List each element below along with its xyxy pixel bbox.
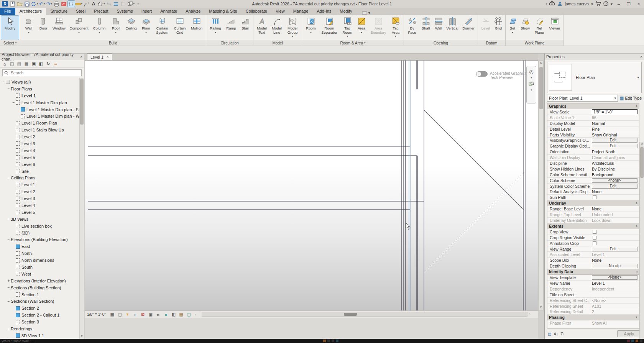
- properties-close-icon[interactable]: ×: [640, 55, 642, 59]
- taskbar-icon[interactable]: [332, 340, 334, 342]
- property-button[interactable]: Edit...: [592, 138, 637, 143]
- tree-item[interactable]: Level 1: [0, 92, 84, 99]
- property-button[interactable]: Edit...: [592, 247, 637, 251]
- property-value[interactable]: 96: [590, 115, 639, 120]
- save-icon[interactable]: [23, 1, 30, 7]
- panel-label-room-area[interactable]: Room & Area▾: [302, 40, 404, 46]
- model-text-button[interactable]: AModel Text: [255, 16, 269, 40]
- tree-item[interactable]: West: [0, 271, 84, 277]
- ribbon-tab-manage[interactable]: Manage: [289, 8, 313, 15]
- property-value[interactable]: Fine: [590, 127, 639, 131]
- properties-list-icon[interactable]: ▤: [548, 332, 551, 336]
- apply-button[interactable]: Apply: [617, 330, 641, 337]
- collapse-arrow-icon[interactable]: ‹: [545, 2, 547, 6]
- select-views-icon[interactable]: ◰: [9, 61, 15, 67]
- search-binoculars-icon[interactable]: [549, 1, 555, 7]
- shaft-button[interactable]: Shaft: [419, 16, 432, 40]
- tree-item[interactable]: Level 1 Master Dim plan - West: [0, 113, 84, 120]
- store-cart-icon[interactable]: [595, 1, 601, 7]
- floor-button[interactable]: Floor▾: [139, 16, 153, 40]
- open-folder-icon[interactable]: [16, 1, 23, 7]
- ribbon-tab-modify[interactable]: Modify: [335, 8, 356, 15]
- thin-lines-icon[interactable]: [113, 1, 120, 7]
- room-separator-button[interactable]: Room Separator: [319, 16, 340, 40]
- tree-item[interactable]: Level 2: [0, 133, 84, 140]
- taskbar-icon[interactable]: [640, 340, 642, 342]
- scroll-right-icon[interactable]: ›: [527, 312, 532, 316]
- panel-label-select[interactable]: Select▾: [0, 40, 20, 46]
- property-button[interactable]: No clip: [592, 264, 637, 268]
- project-browser-header[interactable]: Project Browser - 7A.material cut priori…: [0, 54, 84, 60]
- tree-item[interactable]: −Level 1 Master Dim plan: [0, 99, 84, 106]
- tree-item[interactable]: Live section box: [0, 223, 84, 230]
- dropdown-arrow-icon[interactable]: ▾: [395, 35, 396, 38]
- properties-header[interactable]: Properties ×: [545, 54, 644, 60]
- property-value[interactable]: Show Original: [590, 133, 639, 137]
- tree-item[interactable]: Level 1 Master Dim plan - East: [0, 106, 84, 113]
- panel-label-datum[interactable]: Datum: [478, 40, 505, 46]
- home-icon[interactable]: ⌂: [2, 61, 8, 67]
- vertical-scroll-thumb[interactable]: [539, 67, 543, 109]
- tree-expander[interactable]: +: [7, 279, 11, 283]
- ramp-button[interactable]: Ramp: [224, 16, 238, 40]
- crop-view-icon[interactable]: ⊠: [140, 312, 146, 317]
- sort-ascending-icon[interactable]: A↓: [554, 332, 558, 336]
- view-tab-close-icon[interactable]: ×: [107, 55, 109, 59]
- help-dropdown-icon[interactable]: ▾: [611, 2, 613, 6]
- dropdown-arrow-icon[interactable]: ▾: [28, 31, 30, 34]
- dimension-icon[interactable]: ▾: [75, 1, 83, 7]
- component-button[interactable]: Component▾: [68, 16, 90, 40]
- qat-customize-icon[interactable]: ≡: [135, 1, 142, 7]
- collapse-section-icon[interactable]: «: [634, 225, 638, 227]
- scroll-up-icon[interactable]: ∧: [640, 142, 644, 146]
- redo-icon[interactable]: ↷▾: [46, 1, 53, 7]
- horizontal-scroll-thumb[interactable]: [344, 313, 357, 316]
- search-input[interactable]: [10, 70, 80, 75]
- ceiling-button[interactable]: Ceiling: [123, 16, 139, 40]
- tree-item[interactable]: Level 4: [0, 147, 84, 154]
- tree-item[interactable]: Level 1 Stairs Blow Up: [0, 126, 84, 133]
- text-note-icon[interactable]: A: [90, 1, 97, 7]
- detail-line-icon[interactable]: [83, 1, 90, 7]
- steering-wheel-dropdown-icon[interactable]: ▾: [531, 76, 532, 79]
- tree-item[interactable]: Level 5: [0, 154, 84, 161]
- tree-item[interactable]: Level 2: [0, 188, 84, 195]
- property-value[interactable]: Normal: [590, 121, 639, 126]
- tree-expander[interactable]: −: [7, 299, 11, 304]
- model-line-button[interactable]: Model Line: [269, 16, 284, 40]
- instance-selector[interactable]: Floor Plan: Level 1 ▾: [547, 95, 618, 102]
- tree-group[interactable]: −Renderings: [0, 325, 84, 332]
- minimize-button[interactable]: –: [615, 1, 623, 7]
- tree-group[interactable]: −Elevations (Building Elevation): [0, 236, 84, 243]
- hide-isolate-icon[interactable]: ∞: [155, 312, 161, 317]
- steering-wheel-icon[interactable]: ◎: [527, 68, 535, 75]
- tree-item[interactable]: Section 2: [0, 305, 84, 312]
- panel-label-build[interactable]: Build: [20, 40, 206, 46]
- property-button[interactable]: Edit...: [592, 144, 637, 148]
- zoom-tool-icon[interactable]: [527, 80, 535, 88]
- shadows-icon[interactable]: ◐: [132, 312, 138, 317]
- property-value[interactable]: Look down: [590, 218, 639, 223]
- property-button[interactable]: <None>: [592, 275, 637, 280]
- by-face-button[interactable]: By Face: [405, 16, 419, 40]
- tree-item[interactable]: Level 3: [0, 195, 84, 202]
- inactive-tool-icon[interactable]: [120, 1, 127, 7]
- dropdown-arrow-icon[interactable]: ▾: [215, 31, 216, 34]
- visual-style-icon[interactable]: ▦: [109, 312, 115, 317]
- edit-type-button[interactable]: ▦ Edit Type: [619, 95, 642, 101]
- aligned-dimension-icon[interactable]: [68, 1, 75, 7]
- property-checkbox[interactable]: [593, 230, 596, 234]
- section-header-identity-data[interactable]: Identity Data«: [547, 269, 639, 275]
- dropdown-arrow-icon[interactable]: ▾: [145, 31, 147, 34]
- tree-item[interactable]: Level 4: [0, 202, 84, 209]
- ribbon-tab-insert[interactable]: Insert: [137, 8, 156, 15]
- room-button[interactable]: Room▾: [303, 16, 319, 40]
- project-browser-close-icon[interactable]: ×: [80, 55, 82, 59]
- taskbar-icon[interactable]: [327, 340, 330, 342]
- scroll-left-icon[interactable]: ‹: [195, 313, 196, 317]
- property-value[interactable]: Unbounded: [590, 212, 639, 217]
- modify-button[interactable]: Modify: [1, 16, 19, 40]
- property-value[interactable]: Level 1: [590, 252, 639, 257]
- door-button[interactable]: Door: [36, 16, 50, 40]
- property-input[interactable]: 1/8" = 1'-0": [592, 109, 637, 114]
